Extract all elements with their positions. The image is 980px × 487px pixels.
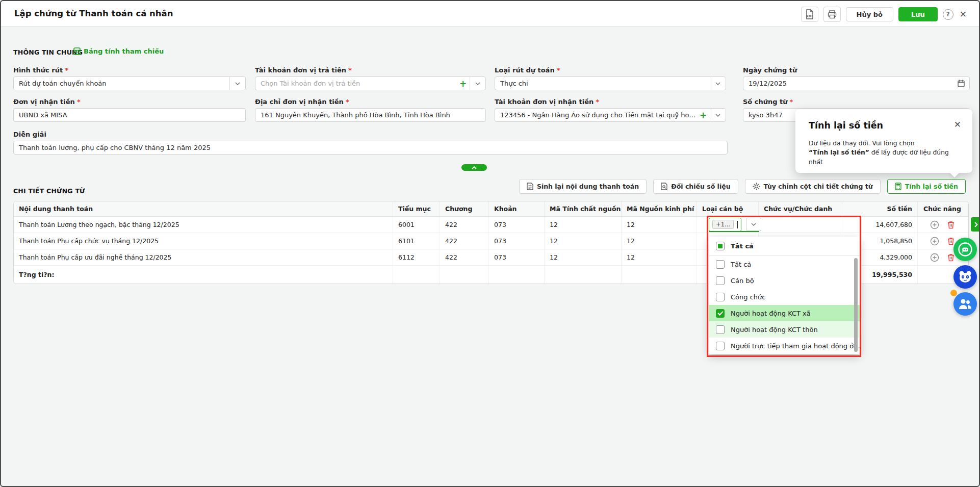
dropdown-item[interactable]: Người hoạt động KCT thôn [709, 321, 860, 338]
save-button[interactable]: Lưu [898, 7, 938, 21]
header-actions: XML Hủy bỏ Lưu ? ✕ [801, 7, 967, 22]
col-header: Nội dung thanh toán [14, 201, 393, 216]
text-caret [737, 221, 738, 228]
calendar-icon[interactable] [953, 80, 969, 87]
staff-type-edit-cell[interactable]: +1... [709, 217, 761, 232]
field-receiver-address: Địa chỉ đơn vị nhận tiền* 161 Nguyễn Khu… [255, 98, 486, 122]
field-description: Diễn giải Thanh toán lương, phụ cấp cho … [13, 131, 728, 155]
checkbox-checked-icon [716, 309, 725, 318]
description-input[interactable]: Thanh toán lương, phụ cấp cho CBNV tháng… [13, 141, 728, 155]
recalc-popup: Tính lại số tiền ✕ Dữ liệu đã thay đổi. … [795, 109, 972, 173]
staff-type-dropdown-button[interactable] [746, 218, 761, 231]
recalculate-amount-button[interactable]: Tính lại số tiền [887, 179, 966, 194]
dropdown-item[interactable]: Cán bộ [709, 272, 860, 289]
staff-type-chip[interactable]: +1... [712, 220, 734, 229]
reference-sheet-link[interactable]: Bảng tính tham chiếu [73, 47, 164, 55]
popup-close-icon[interactable]: ✕ [954, 119, 961, 130]
required-mark: * [77, 98, 81, 106]
field-receiver-account: Tài khoản đơn vị nhận tiền* 123456 - Ngâ… [495, 98, 726, 122]
export-xml-button[interactable]: XML [801, 7, 818, 22]
chevron-down-icon[interactable] [470, 77, 485, 90]
dropdown-item[interactable]: Người trực tiếp tham gia hoạt động ở ... [709, 338, 860, 354]
checkbox-icon [716, 325, 725, 334]
receiver-unit-input[interactable]: UBND xã MISA [13, 108, 246, 122]
withdraw-type-select[interactable]: Thực chi [495, 76, 726, 90]
cancel-button[interactable]: Hủy bỏ [846, 7, 893, 21]
add-row-icon[interactable] [930, 237, 939, 246]
page-title: Lập chứng từ Thanh toán cá nhân [14, 1, 173, 27]
printer-icon [828, 10, 837, 19]
regenerate-content-button[interactable]: Sinh lại nội dung thanh toán [519, 179, 647, 194]
field-label: Tài khoản đơn vị nhận tiền [495, 98, 594, 106]
receiver-address-input[interactable]: 161 Nguyễn Khuyến, Thành phố Hòa Bình, T… [255, 108, 486, 122]
detail-actions: Sinh lại nội dung thanh toán Đối chiếu s… [519, 179, 966, 194]
document-search-icon [661, 183, 667, 190]
popup-pointer [949, 167, 960, 177]
detail-section-title: CHI TIẾT CHỨNG TỪ [13, 187, 85, 195]
field-label: Hình thức rút [13, 66, 63, 74]
receiver-account-select[interactable]: 123456 - Ngân Hàng Áo sử dụng cho Tiền m… [495, 108, 726, 122]
dropdown-item-select-all[interactable]: Tất cả [709, 237, 860, 256]
checkbox-icon [716, 293, 725, 301]
field-payer-account: Tài khoản đơn vị trả tiền* Chọn Tài khoả… [255, 66, 486, 90]
col-header: Chương [440, 201, 489, 216]
field-label: Số chứng từ [743, 98, 788, 106]
chevron-down-icon[interactable] [229, 77, 245, 90]
expand-panel-tab[interactable] [971, 217, 980, 232]
help-icon[interactable]: ? [943, 9, 953, 20]
popup-message: Dữ liệu đã thay đổi. Vui lòng chọn “Tính… [809, 139, 962, 167]
customize-columns-button[interactable]: Tùy chỉnh cột chi tiết chứng từ [745, 179, 881, 194]
window-header: Lập chứng từ Thanh toán cá nhân XML Hủy … [1, 1, 979, 27]
popup-title: Tính lại số tiền [809, 120, 883, 131]
delete-row-icon[interactable] [947, 253, 955, 262]
total-label: T?ng ti?n: [14, 266, 393, 284]
field-label: Đơn vị nhận tiền [13, 98, 75, 106]
col-header: Chức vụ/Chức danh [759, 201, 842, 216]
chevron-down-icon[interactable] [710, 77, 726, 90]
col-header: Loại cán bộ [697, 201, 759, 216]
checkbox-indeterminate-icon [716, 242, 725, 250]
chevron-down-icon [751, 223, 756, 226]
add-row-icon[interactable] [930, 253, 939, 262]
field-label: Tài khoản đơn vị trả tiền [255, 66, 346, 74]
required-mark: * [596, 98, 599, 106]
table-row[interactable]: Thanh toán Lương theo ngạch, bậc tháng 1… [14, 217, 968, 233]
gear-icon [753, 183, 760, 190]
field-withdraw-type: Loại rút dự toán* Thực chi [495, 66, 726, 90]
notification-dot [950, 290, 957, 296]
add-row-icon[interactable] [930, 220, 939, 229]
delete-row-icon[interactable] [947, 237, 955, 245]
table-header-row: Nội dung thanh toán Tiểu mục Chương Khoả… [14, 201, 968, 217]
edit-cell-underline [709, 231, 759, 232]
col-header: Mã Nguồn kinh phí [622, 201, 697, 216]
col-header: Chức năng [918, 201, 967, 216]
checkbox-icon [716, 276, 725, 285]
field-withdraw-form: Hình thức rút* Rút dự toán chuyển khoản [13, 66, 246, 90]
dropdown-item[interactable]: Công chức [709, 289, 860, 305]
add-icon[interactable]: + [456, 79, 470, 89]
dropdown-item-selected[interactable]: Người hoạt động KCT xã [709, 305, 860, 321]
collapse-section-button[interactable] [461, 164, 487, 171]
app-window: Lập chứng từ Thanh toán cá nhân XML Hủy … [0, 0, 980, 487]
chevron-up-icon [472, 166, 477, 169]
close-icon[interactable]: ✕ [960, 9, 967, 19]
col-header: Khoản [489, 201, 545, 216]
payer-account-placeholder: Chọn Tài khoản đơn vị trả tiền [255, 80, 456, 87]
doc-date-input[interactable]: 19/12/2025 [743, 76, 970, 90]
chevron-down-icon[interactable] [710, 109, 726, 121]
dropdown-scrollbar[interactable] [854, 258, 858, 352]
dropdown-item[interactable]: Tất cả [709, 256, 860, 272]
assistant-bot-button[interactable] [953, 265, 977, 289]
payer-account-select[interactable]: Chọn Tài khoản đơn vị trả tiền + [255, 76, 486, 90]
add-icon[interactable]: + [697, 110, 710, 120]
compare-data-button[interactable]: Đối chiếu số liệu [653, 179, 738, 194]
withdraw-form-select[interactable]: Rút dự toán chuyển khoản [13, 76, 246, 90]
checkbox-icon [716, 342, 725, 350]
chat-support-button[interactable] [953, 238, 977, 261]
required-mark: * [790, 98, 793, 106]
delete-row-icon[interactable] [947, 221, 955, 229]
community-button[interactable] [953, 292, 977, 316]
field-receiver-unit: Đơn vị nhận tiền* UBND xã MISA [13, 98, 246, 122]
print-button[interactable] [823, 7, 841, 22]
spreadsheet-icon [73, 47, 81, 55]
